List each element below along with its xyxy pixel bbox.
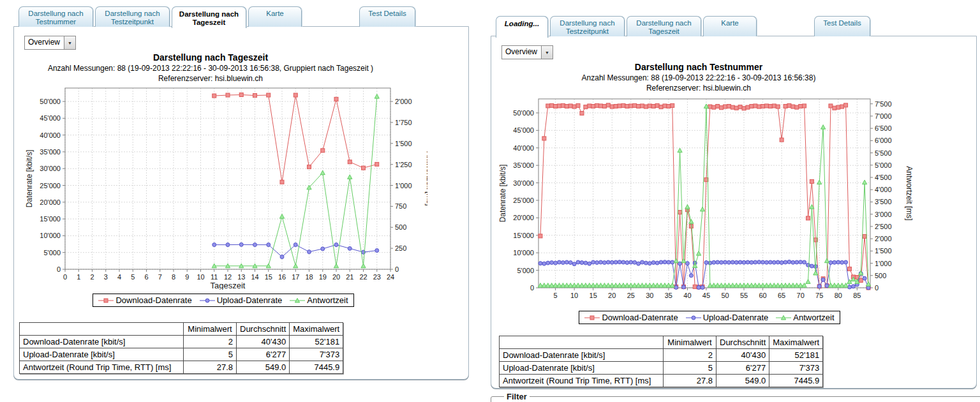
svg-text:50'000: 50'000 bbox=[40, 98, 61, 105]
tab-test-details[interactable]: Test Details bbox=[814, 16, 870, 36]
chart-header: Darstellung nach Tageszeit Anzahl Messun… bbox=[19, 52, 402, 83]
svg-text:5'500: 5'500 bbox=[875, 149, 892, 157]
tab-label: Testzeitpunkt bbox=[553, 27, 621, 36]
chart-tageszeit: 0123456789101112131415161718192021222324… bbox=[19, 84, 468, 292]
chart-referenzserver: Referenzserver: hsi.bluewin.ch bbox=[19, 74, 402, 83]
filter-fieldset: Filter bbox=[491, 392, 980, 402]
svg-text:0: 0 bbox=[57, 265, 61, 273]
legend-marker-triangle-icon bbox=[290, 297, 305, 304]
svg-text:0: 0 bbox=[530, 284, 534, 292]
row-value: 7'373 bbox=[290, 348, 343, 361]
svg-text:Antwortzeit [ms]: Antwortzeit [ms] bbox=[905, 166, 914, 220]
row-label: Download-Datenrate [kbit/s] bbox=[500, 349, 664, 362]
legend-item-download-datenrate: Download-Datenrate bbox=[98, 295, 191, 305]
row-value: 7'373 bbox=[769, 362, 823, 375]
svg-text:500: 500 bbox=[875, 272, 886, 279]
tab-label: Tageszeit bbox=[630, 27, 698, 36]
table-row: Upload-Datenrate [kbit/s]56'2777'373 bbox=[20, 348, 343, 361]
svg-text:10: 10 bbox=[570, 292, 578, 299]
tab-testzeitpunkt[interactable]: Darstellung nachTestzeitpunkt bbox=[550, 16, 625, 36]
row-value: 52'181 bbox=[290, 336, 343, 348]
svg-text:50: 50 bbox=[721, 292, 729, 299]
stats-header-row: MinimalwertDurchschnittMaximalwert bbox=[20, 323, 343, 336]
svg-text:55: 55 bbox=[740, 292, 748, 299]
svg-text:40'000: 40'000 bbox=[513, 144, 534, 152]
stats-table: MinimalwertDurchschnittMaximalwertDownlo… bbox=[499, 336, 823, 387]
svg-text:1'500: 1'500 bbox=[395, 140, 412, 147]
table-row: Antwortzeit (Round Trip Time, RTT) [ms]2… bbox=[500, 375, 823, 387]
svg-text:3'000: 3'000 bbox=[875, 211, 892, 218]
chart-legend: Download-DatenrateUpload-DatenrateAntwor… bbox=[19, 294, 427, 307]
svg-text:15'000: 15'000 bbox=[40, 215, 61, 223]
svg-text:15'000: 15'000 bbox=[513, 232, 534, 239]
svg-text:30: 30 bbox=[646, 292, 653, 299]
svg-text:Tageszeit: Tageszeit bbox=[211, 281, 246, 290]
svg-text:5: 5 bbox=[131, 273, 135, 281]
tab-label: Loading... bbox=[499, 20, 545, 28]
row-label: Upload-Datenrate [kbit/s] bbox=[500, 362, 664, 375]
legend-box: Download-DatenrateUpload-DatenrateAntwor… bbox=[579, 311, 840, 324]
row-label: Download-Datenrate [kbit/s] bbox=[20, 336, 184, 348]
svg-text:10: 10 bbox=[197, 273, 204, 281]
legend-label: Antwortzeit bbox=[307, 295, 348, 305]
overview-select-value: Overview bbox=[502, 46, 541, 59]
svg-text:20: 20 bbox=[608, 292, 616, 299]
svg-text:2'500: 2'500 bbox=[875, 223, 892, 230]
row-label: Antwortzeit (Round Trip Time, RTT) [ms] bbox=[20, 361, 184, 374]
legend-marker-square-icon bbox=[584, 315, 600, 321]
tab-test-details[interactable]: Test Details bbox=[359, 6, 415, 27]
tab-label: Test Details bbox=[817, 19, 867, 27]
overview-select[interactable]: Overview ▼ bbox=[501, 45, 553, 59]
tab-karte[interactable]: Karte bbox=[703, 16, 757, 36]
legend-label: Upload-Datenrate bbox=[703, 313, 769, 322]
svg-text:20'000: 20'000 bbox=[40, 198, 61, 206]
svg-text:7'500: 7'500 bbox=[875, 100, 892, 108]
row-value: 2 bbox=[664, 349, 716, 362]
legend-marker-triangle-icon bbox=[776, 315, 791, 321]
svg-text:45: 45 bbox=[702, 292, 710, 299]
svg-text:45'000: 45'000 bbox=[40, 114, 61, 122]
tab-karte[interactable]: Karte bbox=[248, 6, 302, 27]
svg-text:35: 35 bbox=[665, 292, 672, 299]
svg-text:25'000: 25'000 bbox=[40, 182, 61, 190]
legend-label: Download-Datenrate bbox=[115, 295, 191, 305]
left-tab-bar: Darstellung nachTestnummerDarstellung na… bbox=[13, 3, 469, 27]
overview-select[interactable]: Overview ▼ bbox=[24, 36, 76, 50]
svg-text:1'500: 1'500 bbox=[875, 247, 892, 255]
row-value: 6'277 bbox=[237, 348, 290, 361]
tab-label: Darstellung nach bbox=[630, 19, 698, 27]
legend-label: Antwortzeit bbox=[793, 313, 834, 322]
tab-testnummer[interactable]: Darstellung nachTestnummer bbox=[19, 6, 93, 27]
svg-text:2'000: 2'000 bbox=[875, 235, 892, 242]
svg-text:6: 6 bbox=[144, 273, 148, 281]
row-value: 27.8 bbox=[184, 361, 237, 374]
tab-label: Testzeitpunkt bbox=[98, 18, 167, 26]
svg-text:6'500: 6'500 bbox=[875, 124, 892, 132]
tab-testzeitpunkt[interactable]: Darstellung nachTestzeitpunkt bbox=[95, 6, 170, 27]
column-header: Durchschnitt bbox=[716, 336, 769, 349]
svg-text:500: 500 bbox=[395, 223, 406, 231]
svg-text:24: 24 bbox=[387, 273, 394, 281]
dropdown-arrow-icon[interactable]: ▼ bbox=[64, 36, 75, 49]
chart-plot-testnummer: 51015202530354045505560657075808505'0001… bbox=[499, 94, 920, 307]
tab-label: Testnummer bbox=[22, 18, 90, 26]
tab-tageszeit[interactable]: Darstellung nachTageszeit bbox=[627, 16, 701, 36]
svg-text:30'000: 30'000 bbox=[513, 179, 534, 187]
tab-label: Darstellung nach bbox=[22, 10, 90, 18]
dropdown-arrow-icon[interactable]: ▼ bbox=[541, 46, 553, 59]
svg-text:0: 0 bbox=[63, 273, 67, 281]
svg-text:250: 250 bbox=[395, 244, 406, 252]
legend-item-antwortzeit: Antwortzeit bbox=[776, 313, 834, 322]
svg-text:4'000: 4'000 bbox=[875, 186, 892, 193]
svg-text:10'000: 10'000 bbox=[513, 249, 534, 257]
svg-text:1'000: 1'000 bbox=[395, 182, 412, 190]
svg-text:80: 80 bbox=[835, 292, 842, 299]
tab-tageszeit[interactable]: Darstellung nachTageszeit bbox=[172, 6, 246, 28]
svg-text:5'000: 5'000 bbox=[43, 249, 61, 257]
legend-marker-circle-icon bbox=[686, 315, 701, 321]
tab-label: Karte bbox=[251, 10, 299, 18]
row-label: Upload-Datenrate [kbit/s] bbox=[20, 348, 184, 361]
svg-text:22: 22 bbox=[359, 273, 367, 281]
svg-text:7'000: 7'000 bbox=[875, 112, 892, 120]
tab-loading[interactable]: Loading... bbox=[496, 16, 548, 38]
